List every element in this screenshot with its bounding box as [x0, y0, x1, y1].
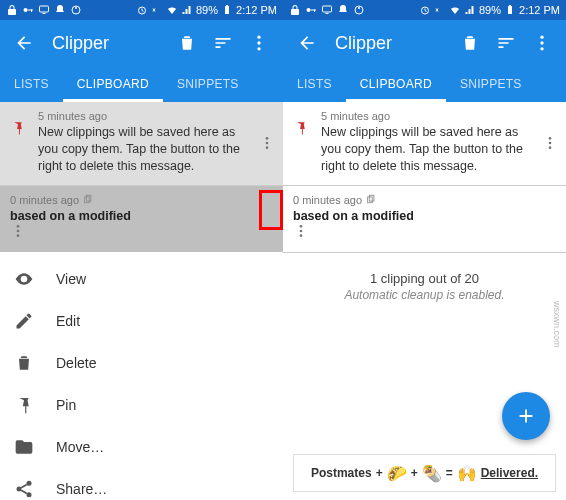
svg-point-25	[307, 8, 311, 12]
svg-point-12	[257, 47, 260, 50]
clip-ts: 0 minutes ago	[10, 194, 273, 206]
fab-add[interactable]	[502, 392, 550, 440]
cast-icon	[321, 4, 333, 16]
svg-rect-41	[369, 195, 374, 201]
summary: 1 clipping out of 20 Automatic cleanup i…	[283, 271, 566, 302]
svg-rect-1	[28, 10, 34, 11]
svg-rect-17	[85, 197, 90, 203]
copy-icon-r	[366, 194, 376, 206]
ad-banner[interactable]: Postmates + 🌮 + 🌯 = 🙌 Delivered.	[293, 454, 556, 492]
svg-point-40	[549, 147, 552, 150]
sort-button-r[interactable]	[488, 25, 524, 61]
vibrate-icon	[434, 4, 446, 16]
alarm-icon	[419, 4, 431, 16]
tab-snippets-r[interactable]: SNIPPETS	[446, 66, 536, 102]
svg-point-22	[17, 486, 22, 491]
page-title: Clipper	[52, 33, 109, 54]
menu-pin[interactable]: Pin	[0, 384, 283, 426]
clip-ts-r: 0 minutes ago	[293, 194, 556, 206]
overflow-button-r[interactable]	[524, 25, 560, 61]
back-button[interactable]	[6, 25, 42, 61]
context-menu: View Edit Delete Pin Move… Share… Select…	[0, 252, 283, 500]
svg-point-35	[540, 36, 543, 39]
pinned-more-r[interactable]	[540, 128, 560, 158]
svg-rect-33	[508, 6, 512, 14]
battery-icon	[504, 4, 516, 16]
clip-more[interactable]	[10, 223, 273, 242]
svg-point-19	[17, 229, 20, 232]
svg-point-14	[266, 142, 269, 145]
tab-snippets[interactable]: SNIPPETS	[163, 66, 253, 102]
pinned-card[interactable]: 5 minutes ago New clippings will be save…	[0, 102, 283, 185]
menu-view[interactable]: View	[0, 258, 283, 300]
app-icon	[353, 4, 365, 16]
pin-icon	[10, 120, 26, 139]
signal-icon	[464, 4, 476, 16]
ad-plus1: +	[376, 466, 383, 480]
page-title-r: Clipper	[335, 33, 392, 54]
content-left: 5 minutes ago New clippings will be save…	[0, 102, 283, 500]
svg-point-39	[549, 142, 552, 145]
appbar: Clipper	[0, 20, 283, 66]
ad-eq: =	[446, 466, 453, 480]
svg-point-23	[27, 492, 32, 497]
tab-clipboard-r[interactable]: CLIPBOARD	[346, 66, 446, 102]
battery-icon	[221, 4, 233, 16]
battery-pct: 89%	[196, 4, 218, 16]
ad-brand: Postmates	[311, 466, 372, 480]
svg-rect-42	[368, 197, 373, 203]
svg-point-45	[300, 234, 303, 237]
menu-delete[interactable]: Delete	[0, 342, 283, 384]
copy-icon	[83, 194, 93, 206]
summary-line2: Automatic cleanup is enabled.	[283, 288, 566, 302]
burrito-icon: 🌯	[422, 464, 442, 483]
clip-card[interactable]: 0 minutes ago based on a modified	[0, 186, 283, 252]
pinned-card-r[interactable]: 5 minutes ago New clippings will be save…	[283, 102, 566, 185]
hands-icon: 🙌	[457, 464, 477, 483]
menu-share[interactable]: Share…	[0, 468, 283, 500]
wifi-icon	[449, 4, 461, 16]
lock-icon	[289, 4, 301, 16]
ad-plus2: +	[411, 466, 418, 480]
back-button-r[interactable]	[289, 25, 325, 61]
signal-icon	[181, 4, 193, 16]
tab-lists[interactable]: LISTS	[0, 66, 63, 102]
svg-rect-4	[43, 13, 46, 14]
taco-icon: 🌮	[387, 464, 407, 483]
battery-pct-r: 89%	[479, 4, 501, 16]
svg-point-37	[540, 47, 543, 50]
svg-point-21	[27, 480, 32, 485]
pinned-ts-r: 5 minutes ago	[321, 110, 556, 122]
wifi-icon	[166, 4, 178, 16]
tab-lists-r[interactable]: LISTS	[283, 66, 346, 102]
clip-text-r: based on a modified	[293, 209, 556, 223]
summary-line1: 1 clipping out of 20	[283, 271, 566, 286]
tabs: LISTS CLIPBOARD SNIPPETS	[0, 66, 283, 102]
svg-rect-27	[314, 10, 315, 13]
svg-rect-34	[509, 5, 511, 6]
clip-card-r[interactable]: 0 minutes ago based on a modified	[283, 186, 566, 252]
overflow-button[interactable]	[241, 25, 277, 61]
svg-rect-26	[311, 10, 317, 11]
key-icon	[22, 4, 34, 16]
alarm-icon	[136, 4, 148, 16]
bell-icon	[54, 4, 66, 16]
clip-more-r[interactable]	[293, 223, 556, 242]
svg-point-15	[266, 147, 269, 150]
delete-button[interactable]	[169, 25, 205, 61]
clip-ts-text-r: 0 minutes ago	[293, 194, 362, 206]
menu-move[interactable]: Move…	[0, 426, 283, 468]
bell-icon	[337, 4, 349, 16]
pinned-more[interactable]	[257, 128, 277, 158]
sort-button[interactable]	[205, 25, 241, 61]
svg-point-10	[257, 36, 260, 39]
watermark: wsxwn.com	[552, 301, 562, 348]
pinned-text-r: New clippings will be saved here as you …	[321, 124, 556, 175]
tabs-r: LISTS CLIPBOARD SNIPPETS	[283, 66, 566, 102]
delete-button-r[interactable]	[452, 25, 488, 61]
tab-clipboard[interactable]: CLIPBOARD	[63, 66, 163, 102]
menu-edit[interactable]: Edit	[0, 300, 283, 342]
svg-point-13	[266, 137, 269, 140]
svg-rect-9	[226, 5, 228, 6]
cast-icon	[38, 4, 50, 16]
